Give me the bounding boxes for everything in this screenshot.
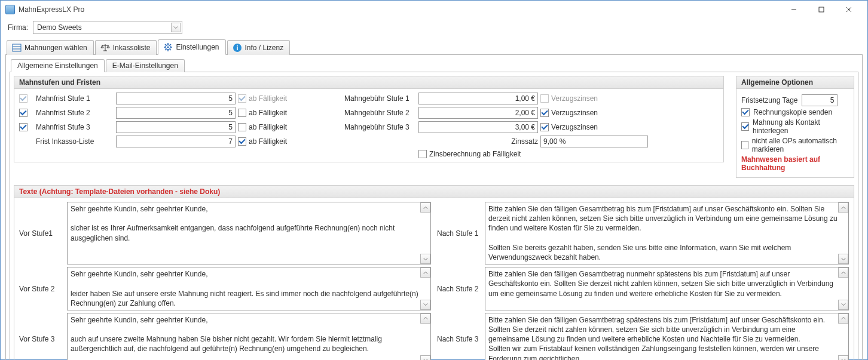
group-texte: Texte (Achtung: Template-Dateien vorhand… xyxy=(14,185,854,360)
textarea-vor1[interactable]: Sehr geehrte Kundin, sehr geehrter Kunde… xyxy=(67,202,431,264)
chk-nichtalle[interactable] xyxy=(741,141,748,149)
chk-inkasso-ab[interactable] xyxy=(238,137,246,146)
firma-value: Demo Sweets xyxy=(37,23,82,32)
firma-select[interactable]: Demo Sweets xyxy=(33,21,182,34)
textarea-nach1[interactable]: Bitte zahlen Sie den fälligen Gesamtbetr… xyxy=(485,202,849,264)
tab-mahnungen[interactable]: Mahnungen wählen xyxy=(7,40,94,55)
lbl-vor1: Vor Stufe1 xyxy=(19,202,61,264)
firma-label: Firma: xyxy=(8,23,28,32)
scroll-down-icon[interactable] xyxy=(420,300,430,310)
lbl-fee1: Mahngebühr Stufe 1 xyxy=(344,94,416,103)
chk-stufe2-enable[interactable] xyxy=(19,109,27,117)
textarea-vor2[interactable]: Sehr geehrte Kundin, sehr geehrter Kunde… xyxy=(67,267,431,310)
svg-rect-4 xyxy=(13,44,21,51)
gear-icon xyxy=(163,42,173,52)
tab-info[interactable]: i Info / Lizenz xyxy=(227,40,291,55)
lbl-nach2: Nach Stufe 2 xyxy=(437,267,479,310)
chk-kontakt[interactable] xyxy=(741,122,749,131)
input-fee1[interactable]: 1,00 € xyxy=(418,93,538,104)
chk-verzug2[interactable] xyxy=(540,109,549,117)
chk-stufe1-enable xyxy=(19,94,27,103)
chk-stufe3-enable[interactable] xyxy=(19,123,27,131)
scroll-up-icon[interactable] xyxy=(420,267,430,278)
chevron-down-icon xyxy=(171,23,181,32)
scroll-up-icon[interactable] xyxy=(838,313,848,324)
lbl-vor3: Vor Stufe 3 xyxy=(19,313,61,360)
chk-verzug1 xyxy=(540,94,549,103)
close-button[interactable] xyxy=(835,1,863,19)
input-stufe3-tage[interactable]: 5 xyxy=(116,121,236,133)
sub-tabstrip: Allgemeine Einstellungen E-Mail-Einstell… xyxy=(10,59,858,72)
svg-line-19 xyxy=(165,50,166,51)
lbl-stufe1: Mahnfrist Stufe 1 xyxy=(36,94,114,103)
chk-stufe2-ab[interactable] xyxy=(238,109,246,117)
svg-line-18 xyxy=(170,44,172,45)
scroll-up-icon[interactable] xyxy=(420,313,430,324)
textarea-nach3[interactable]: Bitte zahlen Sie den fälligen Gesamtbetr… xyxy=(485,313,849,360)
main-tabstrip: Mahnungen wählen Inkassoliste Einstellun… xyxy=(5,39,863,55)
subtab-email[interactable]: E-Mail-Einstellungen xyxy=(106,59,185,72)
list-icon xyxy=(12,43,22,53)
scroll-up-icon[interactable] xyxy=(838,267,848,278)
lbl-vor2: Vor Stufe 2 xyxy=(19,267,61,310)
minimize-button[interactable] xyxy=(780,1,808,19)
input-fristsetzung[interactable]: 5 xyxy=(802,94,838,106)
scales-icon xyxy=(100,43,110,53)
lbl-zinssatz: Zinssatz xyxy=(511,137,538,146)
input-stufe2-tage[interactable]: 5 xyxy=(116,107,236,119)
group-options-header: Allgemeine Optionen xyxy=(736,76,854,89)
tab-einstellungen[interactable]: Einstellungen xyxy=(158,39,225,55)
svg-line-17 xyxy=(170,50,172,51)
lbl-nach3: Nach Stufe 3 xyxy=(437,313,479,360)
window-title: MahnExpressLX Pro xyxy=(19,5,84,14)
group-options: Allgemeine Optionen Fristsetzung Tage 5 … xyxy=(736,76,854,178)
scroll-down-icon[interactable] xyxy=(838,254,848,264)
tab-inkasso[interactable]: Inkassoliste xyxy=(95,40,157,55)
lbl-fristsetzung: Fristsetzung Tage xyxy=(741,96,798,104)
lbl-nach1: Nach Stufe 1 xyxy=(437,202,479,264)
maximize-button[interactable] xyxy=(808,1,835,19)
chk-stufe1-ab xyxy=(238,94,246,103)
app-icon xyxy=(5,5,15,14)
svg-line-16 xyxy=(165,44,166,45)
input-zinssatz[interactable]: 9,00 % xyxy=(540,136,648,147)
textarea-vor3[interactable]: Sehr geehrte Kundin, sehr geehrter Kunde… xyxy=(67,313,431,360)
scroll-up-icon[interactable] xyxy=(838,202,848,213)
textarea-nach2[interactable]: Bitte zahlen Sie den fälligen Gesamtbetr… xyxy=(485,267,849,310)
scroll-up-icon[interactable] xyxy=(420,202,430,213)
subtab-allgemein[interactable]: Allgemeine Einstellungen xyxy=(11,59,105,72)
scroll-down-icon[interactable] xyxy=(838,355,848,360)
chk-verzug3[interactable] xyxy=(540,123,549,131)
chk-stufe3-ab[interactable] xyxy=(238,123,246,131)
group-fristen-header: Mahnstufen und Fristen xyxy=(14,76,723,89)
input-stufe1-tage[interactable]: 5 xyxy=(116,93,236,104)
input-fee2[interactable]: 2,00 € xyxy=(418,107,538,119)
group-fristen: Mahnstufen und Fristen Mahnfrist Stufe 1… xyxy=(14,76,724,162)
chk-zins-ab-faelligkeit[interactable] xyxy=(418,150,427,158)
note-buchhaltung: Mahnwesen basiert auf Buchhaltung xyxy=(741,155,849,172)
scroll-down-icon[interactable] xyxy=(838,300,848,310)
chk-rechnungskopie[interactable] xyxy=(741,108,750,116)
group-texte-header: Texte (Achtung: Template-Dateien vorhand… xyxy=(14,186,854,198)
info-icon: i xyxy=(233,43,242,53)
svg-text:i: i xyxy=(236,44,238,51)
scroll-down-icon[interactable] xyxy=(420,355,430,360)
svg-point-11 xyxy=(167,47,169,48)
svg-rect-1 xyxy=(819,7,824,12)
scroll-down-icon[interactable] xyxy=(420,254,430,264)
input-fee3[interactable]: 3,00 € xyxy=(418,121,538,133)
titlebar: MahnExpressLX Pro xyxy=(1,1,867,19)
input-inkasso-tage[interactable]: 7 xyxy=(116,136,236,147)
